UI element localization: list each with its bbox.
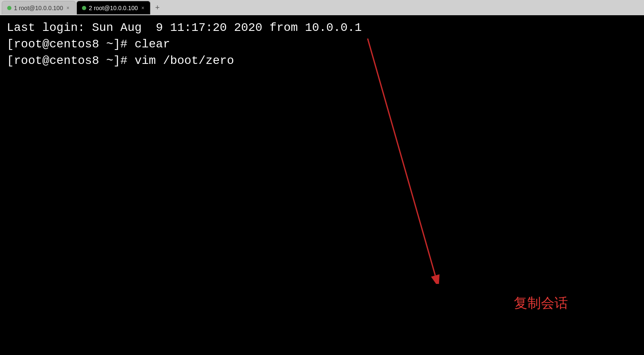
terminal-line-1: Last login: Sun Aug 9 11:17:20 2020 from… — [7, 19, 637, 36]
tab1-close[interactable]: × — [65, 5, 70, 11]
annotation-text: 复制会话 — [514, 294, 568, 313]
svg-line-1 — [368, 39, 435, 275]
tab2-close[interactable]: × — [140, 5, 145, 11]
tab-2[interactable]: 2 root@10.0.0.100 × — [76, 1, 150, 14]
tab1-dot — [7, 6, 11, 10]
new-tab-button[interactable]: + — [151, 2, 163, 14]
tab2-dot — [82, 6, 86, 10]
annotation-arrow — [279, 39, 448, 284]
tab-1[interactable]: 1 root@10.0.0.100 × — [2, 1, 76, 14]
tab2-label: 2 root@10.0.0.100 — [89, 5, 138, 11]
tab-bar: 1 root@10.0.0.100 × 2 root@10.0.0.100 × … — [0, 0, 644, 15]
terminal-body[interactable]: Last login: Sun Aug 9 11:17:20 2020 from… — [0, 15, 644, 355]
terminal-line-2: [root@centos8 ~]# clear — [7, 36, 637, 52]
tab1-label: 1 root@10.0.0.100 — [14, 5, 63, 11]
terminal-line-3: [root@centos8 ~]# vim /boot/zero — [7, 52, 637, 69]
